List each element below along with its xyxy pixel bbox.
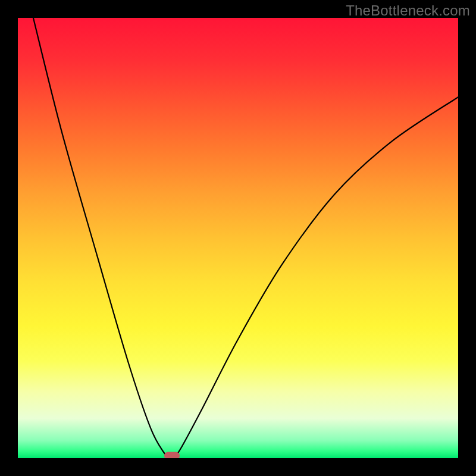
curve-svg xyxy=(18,18,458,458)
watermark-text: TheBottleneck.com xyxy=(346,2,470,19)
chart-frame: TheBottleneck.com xyxy=(0,0,476,476)
curve-path xyxy=(33,18,458,458)
minimum-marker xyxy=(164,452,180,458)
plot-area xyxy=(18,18,458,458)
